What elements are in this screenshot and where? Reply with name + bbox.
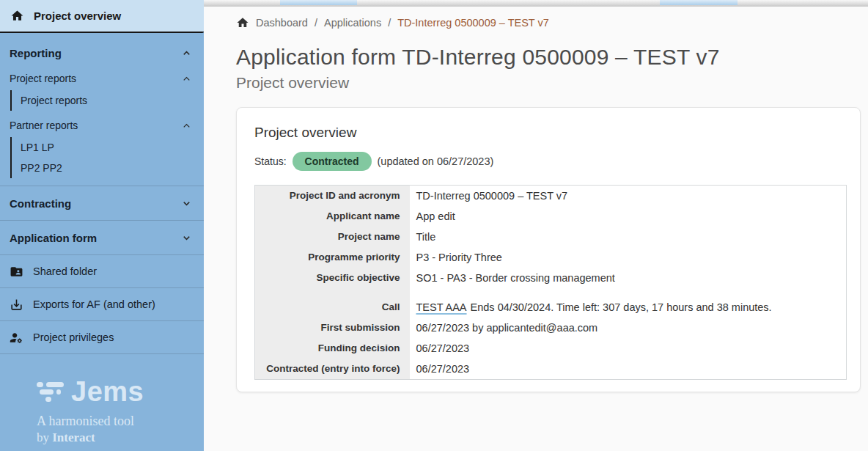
partner-reports-subgroup: LP1 LP PP2 PP2 — [10, 137, 204, 178]
row-label: Applicant name — [255, 206, 410, 227]
breadcrumb-separator: / — [315, 17, 317, 29]
row-label: Contracted (entry into force) — [255, 359, 410, 380]
section-label: Application form — [10, 232, 97, 244]
table-row: First submission 06/27/2023 by applicant… — [255, 318, 847, 338]
status-label: Status: — [254, 155, 287, 167]
row-value: P3 - Priority Three — [410, 247, 847, 268]
manage-accounts-icon — [10, 331, 23, 345]
sidebar-item-shared-folder[interactable]: Shared folder — [0, 254, 204, 287]
page-title: Application form TD-Interreg 0500009 – T… — [236, 45, 858, 70]
sidebar-item-label: Shared folder — [33, 265, 97, 277]
row-label: Specific objective — [255, 268, 410, 288]
sidebar-item-label: Project overview — [34, 10, 121, 22]
sidebar-item-lp1-lp[interactable]: LP1 LP — [21, 137, 204, 158]
main-area: Dashboard / Applications / TD-Interreg 0… — [204, 0, 868, 451]
interact-brand: Interact — [52, 430, 95, 444]
download-icon — [10, 298, 23, 312]
sidebar-section-contracting[interactable]: Contracting — [0, 186, 204, 220]
sidebar-section-reporting[interactable]: Reporting — [0, 42, 204, 64]
table-row: Programme priority P3 - Priority Three — [255, 247, 847, 268]
section-label: Partner reports — [10, 120, 78, 131]
status-updated-note: (updated on 06/27/2023) — [378, 155, 494, 167]
project-overview-table: Project ID and acronym TD-Interreg 05000… — [254, 185, 847, 380]
project-reports-subgroup: Project reports — [10, 90, 204, 111]
breadcrumb-item-dashboard[interactable]: Dashboard — [256, 17, 308, 29]
table-row: Project name Title — [255, 227, 847, 247]
home-icon[interactable] — [236, 16, 249, 29]
breadcrumb-item-current: TD-Interreg 0500009 – TEST v7 — [397, 17, 549, 29]
sidebar-item-project-reports[interactable]: Project reports — [21, 90, 204, 111]
status-badge: Contracted — [293, 152, 372, 171]
row-value: SO1 - PA3 - Border crossing management — [410, 268, 847, 288]
row-value: Title — [410, 227, 847, 247]
row-value: 06/27/2023 — [410, 359, 847, 380]
breadcrumb: Dashboard / Applications / TD-Interreg 0… — [236, 16, 858, 29]
sidebar-item-label: Project privileges — [33, 331, 114, 343]
row-value: TEST AAAEnds 04/30/2024. Time left: 307 … — [410, 288, 847, 318]
row-label: Project name — [255, 227, 410, 247]
row-label: First submission — [255, 318, 410, 338]
sub-item-label: PP2 PP2 — [21, 162, 62, 174]
sidebar-section-application-form[interactable]: Application form — [0, 220, 204, 254]
jems-byline: by Interact — [37, 430, 204, 445]
call-deadline-text: Ends 04/30/2024. Time left: 307 days, 17… — [471, 301, 772, 313]
table-row: Contracted (entry into force) 06/27/2023 — [255, 359, 847, 380]
folder-shared-icon — [10, 265, 23, 279]
sidebar-section-project-reports[interactable]: Project reports — [0, 68, 204, 89]
table-row: Funding decision 06/27/2023 — [255, 338, 847, 359]
sidebar-item-label: Exports for AF (and other) — [33, 298, 155, 310]
home-icon — [10, 9, 24, 23]
sub-item-label: LP1 LP — [21, 142, 54, 153]
sidebar-item-pp2-pp2[interactable]: PP2 PP2 — [21, 158, 204, 178]
row-label: Programme priority — [255, 247, 410, 268]
sidebar-section-partner-reports[interactable]: Partner reports — [0, 115, 204, 136]
sub-item-label: Project reports — [21, 95, 87, 106]
section-label: Project reports — [10, 73, 76, 84]
chevron-up-icon — [181, 48, 192, 59]
table-row-call: Call TEST AAAEnds 04/30/2024. Time left:… — [255, 288, 847, 318]
browser-tab-remnant — [280, 0, 357, 5]
jems-by-text: by — [37, 430, 52, 444]
jems-tagline: A harmonised tool — [37, 414, 204, 429]
chevron-down-icon — [181, 232, 192, 243]
table-row: Applicant name App edit — [255, 206, 847, 227]
table-row: Specific objective SO1 - PA3 - Border cr… — [255, 268, 847, 288]
top-strip — [204, 0, 868, 7]
table-row: Project ID and acronym TD-Interreg 05000… — [255, 186, 847, 207]
row-value: 06/27/2023 by applicantedit@aaa.com — [410, 318, 847, 338]
section-label: Reporting — [10, 47, 62, 59]
section-label: Contracting — [10, 197, 71, 210]
sidebar-item-project-overview[interactable]: Project overview — [0, 0, 204, 33]
row-value: TD-Interreg 0500009 – TEST v7 — [410, 186, 847, 207]
card-title: Project overview — [254, 125, 845, 141]
jems-logo-text: Jems — [71, 376, 144, 408]
row-value: 06/27/2023 — [410, 338, 847, 359]
jems-logo-icon — [37, 382, 64, 402]
status-row: Status: Contracted (updated on 06/27/202… — [254, 152, 845, 171]
row-label: Call — [255, 288, 410, 318]
row-label: Project ID and acronym — [255, 186, 410, 207]
call-link[interactable]: TEST AAA — [416, 301, 467, 313]
sidebar-divider — [0, 353, 204, 354]
chevron-up-icon — [181, 73, 192, 84]
project-overview-card: Project overview Status: Contracted (upd… — [236, 107, 861, 392]
sidebar-item-project-privileges[interactable]: Project privileges — [0, 320, 204, 353]
breadcrumb-item-applications[interactable]: Applications — [324, 17, 381, 29]
chevron-up-icon — [181, 120, 192, 131]
sidebar-item-exports[interactable]: Exports for AF (and other) — [0, 287, 204, 320]
sidebar: Project overview Reporting Project repor… — [0, 0, 204, 451]
jems-logo: Jems A harmonised tool by Interact — [37, 376, 204, 445]
row-label: Funding decision — [255, 338, 410, 359]
row-value: App edit — [410, 206, 847, 227]
breadcrumb-separator: / — [388, 17, 391, 29]
page-subtitle: Project overview — [236, 74, 858, 92]
chevron-down-icon — [181, 198, 192, 209]
browser-tab-remnant — [660, 0, 738, 5]
